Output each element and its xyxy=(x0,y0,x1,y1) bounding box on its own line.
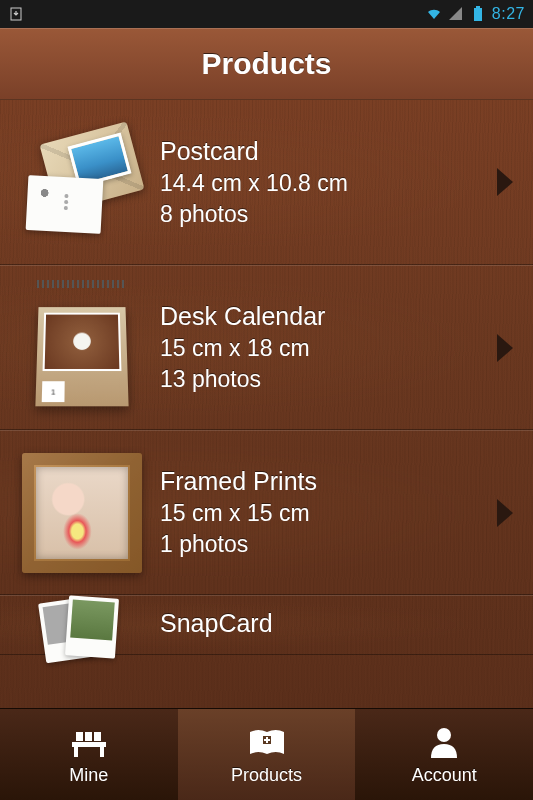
shelf-icon xyxy=(68,723,110,761)
tab-label: Products xyxy=(231,765,302,786)
download-icon xyxy=(8,6,24,22)
page-title: Products xyxy=(201,47,331,81)
chevron-right-icon xyxy=(497,499,513,527)
svg-rect-8 xyxy=(94,732,101,741)
catalog-icon xyxy=(246,723,288,761)
svg-rect-4 xyxy=(74,747,78,757)
product-info: SnapCard xyxy=(152,609,521,642)
product-title: SnapCard xyxy=(160,609,521,638)
product-title: Postcard xyxy=(160,137,497,166)
svg-rect-3 xyxy=(72,742,106,747)
product-photo-count: 13 photos xyxy=(160,366,497,393)
postcard-thumbnail xyxy=(12,112,152,252)
product-dimensions: 14.4 cm x 10.8 cm xyxy=(160,170,497,197)
product-list[interactable]: Postcard 14.4 cm x 10.8 cm 8 photos 1 De… xyxy=(0,100,533,708)
android-status-bar: 8:27 xyxy=(0,0,533,28)
desk-calendar-thumbnail: 1 xyxy=(12,278,152,418)
person-icon xyxy=(423,723,465,761)
framed-prints-thumbnail xyxy=(12,443,152,583)
battery-icon xyxy=(470,6,486,22)
header: Products xyxy=(0,28,533,100)
tab-label: Mine xyxy=(69,765,108,786)
product-dimensions: 15 cm x 18 cm xyxy=(160,335,497,362)
tab-mine[interactable]: Mine xyxy=(0,709,178,800)
cell-signal-icon xyxy=(448,6,464,22)
chevron-right-icon xyxy=(497,334,513,362)
product-photo-count: 1 photos xyxy=(160,531,497,558)
svg-rect-6 xyxy=(76,732,83,741)
product-info: Framed Prints 15 cm x 15 cm 1 photos xyxy=(152,467,497,558)
svg-rect-2 xyxy=(476,6,480,8)
product-info: Postcard 14.4 cm x 10.8 cm 8 photos xyxy=(152,137,497,228)
product-photo-count: 8 photos xyxy=(160,201,497,228)
product-row-postcard[interactable]: Postcard 14.4 cm x 10.8 cm 8 photos xyxy=(0,100,533,265)
product-row-snapcard[interactable]: SnapCard xyxy=(0,595,533,655)
tab-bar: Mine Products Account xyxy=(0,708,533,800)
svg-point-12 xyxy=(437,728,451,742)
svg-rect-5 xyxy=(100,747,104,757)
chevron-right-icon xyxy=(497,168,513,196)
clock: 8:27 xyxy=(492,5,525,23)
product-info: Desk Calendar 15 cm x 18 cm 13 photos xyxy=(152,302,497,393)
tab-label: Account xyxy=(412,765,477,786)
tab-account[interactable]: Account xyxy=(355,709,533,800)
product-dimensions: 15 cm x 15 cm xyxy=(160,500,497,527)
product-row-desk-calendar[interactable]: 1 Desk Calendar 15 cm x 18 cm 13 photos xyxy=(0,265,533,430)
snapcard-thumbnail xyxy=(12,600,152,650)
product-title: Framed Prints xyxy=(160,467,497,496)
svg-rect-1 xyxy=(474,8,482,21)
svg-rect-7 xyxy=(85,732,92,741)
svg-rect-11 xyxy=(264,739,270,741)
app-body: Products Postcard 14.4 cm x 10.8 cm 8 ph… xyxy=(0,28,533,800)
tab-products[interactable]: Products xyxy=(178,709,356,800)
product-title: Desk Calendar xyxy=(160,302,497,331)
product-row-framed-prints[interactable]: Framed Prints 15 cm x 15 cm 1 photos xyxy=(0,430,533,595)
wifi-icon xyxy=(426,6,442,22)
